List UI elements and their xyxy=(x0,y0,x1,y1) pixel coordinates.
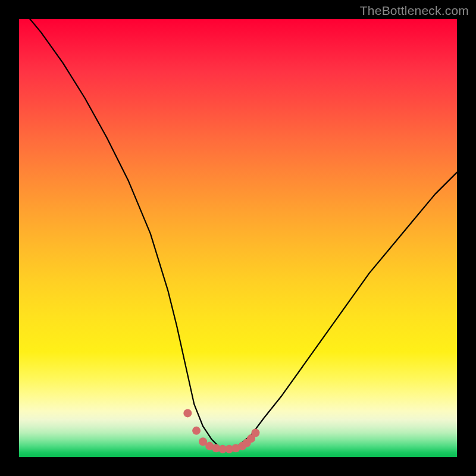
watermark-text: TheBottleneck.com xyxy=(360,4,469,18)
chart-frame: TheBottleneck.com xyxy=(0,0,476,476)
curve-svg xyxy=(19,19,457,457)
plot-area xyxy=(19,19,457,457)
optimal-marker-dot xyxy=(192,427,201,435)
bottleneck-curve-path xyxy=(19,19,457,450)
optimal-marker-dot xyxy=(183,409,192,417)
optimal-marker-dot xyxy=(251,429,259,437)
